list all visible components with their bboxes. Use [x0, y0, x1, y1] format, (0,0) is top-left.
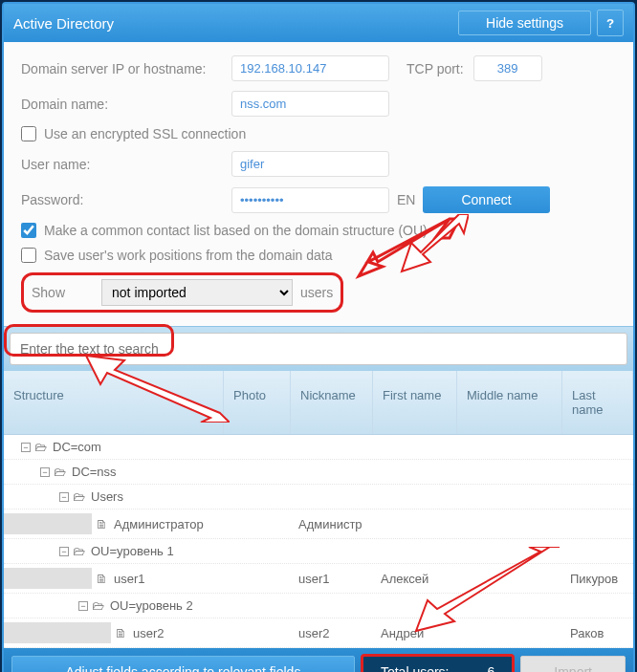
lang-indicator: EN — [397, 192, 415, 207]
domain-server-label: Domain server IP or hostname: — [21, 61, 231, 76]
page-title: Active Directory — [13, 15, 458, 32]
import-button[interactable]: Import — [520, 656, 626, 672]
collapse-icon[interactable]: − — [21, 443, 31, 452]
domain-name-input[interactable] — [231, 91, 389, 117]
col-lastname[interactable]: Last name — [562, 371, 633, 434]
search-bar — [4, 326, 633, 371]
table-header: Structure Photo Nickname First name Midd… — [4, 371, 633, 435]
user-nick: user1 — [291, 568, 373, 590]
tree-node[interactable]: − 🗁 DC=com — [4, 435, 633, 460]
total-label: Total users: — [381, 664, 450, 672]
user-firstname: Алексей — [373, 568, 457, 590]
ssl-checkbox[interactable] — [21, 126, 36, 141]
file-icon: 🗎 — [96, 517, 108, 531]
user-lastname: Пикуров — [562, 568, 633, 590]
collapse-icon[interactable]: − — [40, 467, 50, 477]
col-structure[interactable]: Structure — [4, 371, 224, 434]
tree-node[interactable]: − 🗁 OU=уровень 2 — [4, 594, 633, 618]
user-nick: Администр — [291, 513, 373, 535]
save-positions-label: Save user's work positions from the doma… — [44, 248, 333, 263]
user-row[interactable]: 🗎 user1 user1 Алексей Пикуров — [4, 564, 633, 594]
footer: Adjust fields according to relevant fiel… — [4, 648, 633, 672]
tcp-port-label: TCP port: — [406, 61, 464, 76]
folder-icon: 🗁 — [73, 544, 85, 558]
common-contact-label: Make a common contact list based on the … — [44, 223, 428, 238]
node-label: DC=com — [53, 440, 101, 454]
show-label: Show — [32, 285, 65, 300]
tree-node[interactable]: − 🗁 Users — [4, 485, 633, 509]
node-label: OU=уровень 1 — [91, 544, 174, 558]
username-label: User name: — [21, 157, 231, 172]
total-value: 6 — [488, 664, 495, 672]
tree-body: − 🗁 DC=com − 🗁 DC=nss − 🗁 Users — [4, 435, 633, 648]
adjust-fields-button[interactable]: Adjust fields according to relevant fiel… — [11, 656, 355, 672]
col-middlename[interactable]: Middle name — [457, 371, 562, 434]
show-suffix: users — [300, 285, 333, 300]
total-users-badge: Total users: 6 — [361, 654, 515, 672]
user-row[interactable]: 🗎 Администратор Администр — [4, 509, 633, 539]
user-label: user2 — [133, 626, 165, 640]
col-photo[interactable]: Photo — [224, 371, 291, 434]
col-firstname[interactable]: First name — [373, 371, 457, 434]
file-icon: 🗎 — [115, 626, 127, 640]
hide-settings-button[interactable]: Hide settings — [458, 11, 591, 35]
domain-name-label: Domain name: — [21, 97, 231, 112]
folder-icon: 🗁 — [73, 489, 85, 504]
node-label: DC=nss — [72, 465, 117, 479]
file-icon: 🗎 — [96, 572, 108, 586]
titlebar: Active Directory Hide settings ? — [4, 4, 633, 42]
user-lastname: Раков — [562, 622, 633, 644]
user-label: user1 — [114, 572, 145, 586]
folder-icon: 🗁 — [34, 440, 47, 454]
user-nick: user2 — [291, 622, 373, 644]
col-nickname[interactable]: Nickname — [291, 371, 373, 434]
users-table: Structure Photo Nickname First name Midd… — [4, 371, 633, 648]
search-input[interactable] — [10, 333, 627, 365]
password-label: Password: — [21, 192, 231, 207]
tree-node[interactable]: − 🗁 OU=уровень 1 — [4, 539, 633, 564]
tcp-port-input[interactable] — [473, 55, 542, 81]
folder-icon: 🗁 — [54, 465, 66, 479]
folder-icon: 🗁 — [92, 598, 104, 613]
help-button[interactable]: ? — [597, 10, 624, 36]
username-input[interactable] — [231, 151, 389, 177]
tree-node[interactable]: − 🗁 DC=nss — [4, 460, 633, 485]
connect-button[interactable]: Connect — [423, 186, 549, 213]
show-filter-select[interactable]: not imported — [101, 279, 293, 306]
active-directory-panel: Active Directory Hide settings ? Domain … — [2, 2, 635, 672]
node-label: OU=уровень 2 — [110, 598, 193, 613]
save-positions-checkbox[interactable] — [21, 248, 36, 263]
domain-server-input[interactable] — [231, 55, 389, 81]
ssl-label: Use an encrypted SSL connection — [44, 126, 246, 141]
user-label: Администратор — [114, 517, 204, 531]
collapse-icon[interactable]: − — [59, 547, 69, 556]
common-contact-checkbox[interactable] — [21, 223, 36, 238]
collapse-icon[interactable]: − — [78, 601, 88, 611]
password-input[interactable] — [231, 187, 389, 213]
show-filter-row: Show not imported users — [21, 272, 343, 313]
user-firstname: Андрей — [373, 622, 457, 644]
collapse-icon[interactable]: − — [59, 492, 69, 502]
settings-form: Domain server IP or hostname: TCP port: … — [4, 42, 633, 326]
user-row[interactable]: 🗎 user2 user2 Андрей Раков — [4, 618, 633, 648]
node-label: Users — [91, 489, 123, 504]
